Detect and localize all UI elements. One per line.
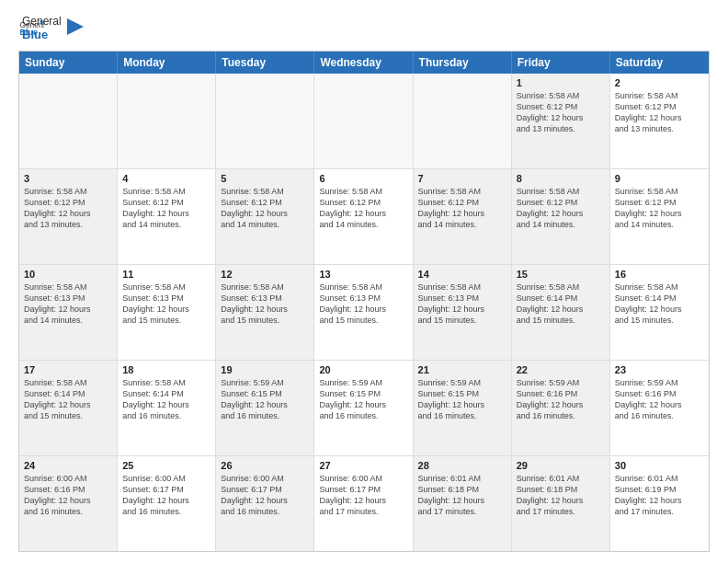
calendar-row-1: 1Sunrise: 5:58 AM Sunset: 6:12 PM Daylig… bbox=[19, 74, 709, 169]
day-number: 11 bbox=[122, 269, 210, 280]
cell-details: Sunrise: 5:58 AM Sunset: 6:14 PM Dayligh… bbox=[517, 282, 605, 327]
calendar-cell: 16Sunrise: 5:58 AM Sunset: 6:14 PM Dayli… bbox=[610, 265, 709, 360]
cell-details: Sunrise: 5:58 AM Sunset: 6:13 PM Dayligh… bbox=[122, 282, 210, 327]
cell-details: Sunrise: 5:58 AM Sunset: 6:14 PM Dayligh… bbox=[24, 377, 112, 422]
day-number: 10 bbox=[24, 269, 112, 280]
cell-details: Sunrise: 5:59 AM Sunset: 6:16 PM Dayligh… bbox=[517, 377, 605, 422]
day-number: 22 bbox=[517, 364, 605, 375]
weekday-header-sunday: Sunday bbox=[19, 52, 118, 74]
cell-details: Sunrise: 6:01 AM Sunset: 6:19 PM Dayligh… bbox=[615, 473, 704, 518]
calendar-cell: 1Sunrise: 5:58 AM Sunset: 6:12 PM Daylig… bbox=[512, 74, 610, 168]
calendar-cell: 25Sunrise: 6:00 AM Sunset: 6:17 PM Dayli… bbox=[118, 456, 216, 551]
calendar-cell: 6Sunrise: 5:58 AM Sunset: 6:12 PM Daylig… bbox=[314, 169, 413, 264]
calendar-cell: 23Sunrise: 5:59 AM Sunset: 6:16 PM Dayli… bbox=[610, 361, 709, 455]
logo: General Blue General Blue bbox=[18, 15, 84, 41]
calendar-cell: 20Sunrise: 5:59 AM Sunset: 6:15 PM Dayli… bbox=[314, 361, 413, 455]
calendar-cell: 30Sunrise: 6:01 AM Sunset: 6:19 PM Dayli… bbox=[610, 456, 709, 551]
calendar-cell: 9Sunrise: 5:58 AM Sunset: 6:12 PM Daylig… bbox=[610, 169, 709, 264]
calendar-cell bbox=[19, 74, 118, 168]
day-number: 24 bbox=[24, 460, 112, 471]
header: General Blue General Blue bbox=[18, 15, 710, 41]
cell-details: Sunrise: 5:58 AM Sunset: 6:12 PM Dayligh… bbox=[517, 90, 605, 135]
weekday-header-wednesday: Wednesday bbox=[314, 52, 413, 74]
cell-details: Sunrise: 5:59 AM Sunset: 6:15 PM Dayligh… bbox=[221, 377, 309, 422]
day-number: 21 bbox=[418, 364, 506, 375]
calendar-cell: 18Sunrise: 5:58 AM Sunset: 6:14 PM Dayli… bbox=[118, 361, 216, 455]
calendar-cell: 11Sunrise: 5:58 AM Sunset: 6:13 PM Dayli… bbox=[118, 265, 216, 360]
day-number: 28 bbox=[418, 460, 506, 471]
cell-details: Sunrise: 5:58 AM Sunset: 6:12 PM Dayligh… bbox=[418, 186, 506, 231]
weekday-header-monday: Monday bbox=[118, 52, 216, 74]
cell-details: Sunrise: 5:58 AM Sunset: 6:12 PM Dayligh… bbox=[122, 186, 210, 231]
cell-details: Sunrise: 5:58 AM Sunset: 6:13 PM Dayligh… bbox=[319, 282, 407, 327]
weekday-header-saturday: Saturday bbox=[610, 52, 709, 74]
cell-details: Sunrise: 5:58 AM Sunset: 6:12 PM Dayligh… bbox=[319, 186, 407, 231]
day-number: 19 bbox=[221, 364, 309, 375]
calendar-cell: 15Sunrise: 5:58 AM Sunset: 6:14 PM Dayli… bbox=[512, 265, 610, 360]
logo-arrow-icon bbox=[67, 18, 84, 35]
calendar-cell: 29Sunrise: 6:01 AM Sunset: 6:18 PM Dayli… bbox=[512, 456, 610, 551]
calendar-cell: 26Sunrise: 6:00 AM Sunset: 6:17 PM Dayli… bbox=[216, 456, 314, 551]
day-number: 23 bbox=[615, 364, 704, 375]
calendar-cell: 8Sunrise: 5:58 AM Sunset: 6:12 PM Daylig… bbox=[512, 169, 610, 264]
calendar-cell: 4Sunrise: 5:58 AM Sunset: 6:12 PM Daylig… bbox=[118, 169, 216, 264]
day-number: 9 bbox=[615, 173, 704, 184]
svg-marker-4 bbox=[67, 18, 84, 35]
day-number: 20 bbox=[319, 364, 407, 375]
calendar-row-4: 17Sunrise: 5:58 AM Sunset: 6:14 PM Dayli… bbox=[19, 361, 709, 456]
day-number: 15 bbox=[517, 269, 605, 280]
cell-details: Sunrise: 5:58 AM Sunset: 6:12 PM Dayligh… bbox=[221, 186, 309, 231]
day-number: 26 bbox=[221, 460, 309, 471]
cell-details: Sunrise: 6:00 AM Sunset: 6:17 PM Dayligh… bbox=[122, 473, 210, 518]
day-number: 5 bbox=[221, 173, 309, 184]
day-number: 18 bbox=[122, 364, 210, 375]
calendar-cell: 17Sunrise: 5:58 AM Sunset: 6:14 PM Dayli… bbox=[19, 361, 118, 455]
logo-general: General bbox=[22, 15, 62, 28]
calendar-cell: 12Sunrise: 5:58 AM Sunset: 6:13 PM Dayli… bbox=[216, 265, 314, 360]
cell-details: Sunrise: 5:58 AM Sunset: 6:12 PM Dayligh… bbox=[517, 186, 605, 231]
day-number: 16 bbox=[615, 269, 704, 280]
calendar-cell: 10Sunrise: 5:58 AM Sunset: 6:13 PM Dayli… bbox=[19, 265, 118, 360]
weekday-header-thursday: Thursday bbox=[414, 52, 512, 74]
calendar-cell: 5Sunrise: 5:58 AM Sunset: 6:12 PM Daylig… bbox=[216, 169, 314, 264]
calendar-cell: 14Sunrise: 5:58 AM Sunset: 6:13 PM Dayli… bbox=[414, 265, 512, 360]
day-number: 12 bbox=[221, 269, 309, 280]
calendar-cell: 24Sunrise: 6:00 AM Sunset: 6:16 PM Dayli… bbox=[19, 456, 118, 551]
calendar-cell bbox=[414, 74, 512, 168]
cell-details: Sunrise: 5:58 AM Sunset: 6:14 PM Dayligh… bbox=[122, 377, 210, 422]
calendar-cell bbox=[314, 74, 413, 168]
cell-details: Sunrise: 6:00 AM Sunset: 6:17 PM Dayligh… bbox=[221, 473, 309, 518]
calendar-cell: 7Sunrise: 5:58 AM Sunset: 6:12 PM Daylig… bbox=[414, 169, 512, 264]
calendar-cell: 28Sunrise: 6:01 AM Sunset: 6:18 PM Dayli… bbox=[414, 456, 512, 551]
logo-blue: Blue bbox=[22, 28, 62, 41]
calendar-row-2: 3Sunrise: 5:58 AM Sunset: 6:12 PM Daylig… bbox=[19, 169, 709, 265]
cell-details: Sunrise: 5:58 AM Sunset: 6:12 PM Dayligh… bbox=[615, 90, 704, 135]
calendar-cell: 22Sunrise: 5:59 AM Sunset: 6:16 PM Dayli… bbox=[512, 361, 610, 455]
calendar-body: 1Sunrise: 5:58 AM Sunset: 6:12 PM Daylig… bbox=[19, 74, 709, 551]
day-number: 3 bbox=[24, 173, 112, 184]
weekday-header-friday: Friday bbox=[512, 52, 610, 74]
day-number: 27 bbox=[319, 460, 407, 471]
calendar-cell: 3Sunrise: 5:58 AM Sunset: 6:12 PM Daylig… bbox=[19, 169, 118, 264]
weekday-header-tuesday: Tuesday bbox=[216, 52, 314, 74]
day-number: 6 bbox=[319, 173, 407, 184]
calendar-cell: 27Sunrise: 6:00 AM Sunset: 6:17 PM Dayli… bbox=[314, 456, 413, 551]
day-number: 17 bbox=[24, 364, 112, 375]
calendar-cell bbox=[118, 74, 216, 168]
cell-details: Sunrise: 6:01 AM Sunset: 6:18 PM Dayligh… bbox=[517, 473, 605, 518]
page: General Blue General Blue SundayMondayTu… bbox=[0, 0, 728, 563]
cell-details: Sunrise: 6:00 AM Sunset: 6:17 PM Dayligh… bbox=[319, 473, 407, 518]
day-number: 8 bbox=[517, 173, 605, 184]
calendar-row-5: 24Sunrise: 6:00 AM Sunset: 6:16 PM Dayli… bbox=[19, 456, 709, 551]
calendar-cell: 2Sunrise: 5:58 AM Sunset: 6:12 PM Daylig… bbox=[610, 74, 709, 168]
calendar-row-3: 10Sunrise: 5:58 AM Sunset: 6:13 PM Dayli… bbox=[19, 265, 709, 361]
calendar-cell: 13Sunrise: 5:58 AM Sunset: 6:13 PM Dayli… bbox=[314, 265, 413, 360]
day-number: 30 bbox=[615, 460, 704, 471]
cell-details: Sunrise: 5:59 AM Sunset: 6:15 PM Dayligh… bbox=[418, 377, 506, 422]
cell-details: Sunrise: 5:59 AM Sunset: 6:15 PM Dayligh… bbox=[319, 377, 407, 422]
calendar-cell: 19Sunrise: 5:59 AM Sunset: 6:15 PM Dayli… bbox=[216, 361, 314, 455]
cell-details: Sunrise: 5:58 AM Sunset: 6:12 PM Dayligh… bbox=[24, 186, 112, 231]
day-number: 29 bbox=[517, 460, 605, 471]
cell-details: Sunrise: 5:58 AM Sunset: 6:14 PM Dayligh… bbox=[615, 282, 704, 327]
day-number: 2 bbox=[615, 77, 704, 88]
